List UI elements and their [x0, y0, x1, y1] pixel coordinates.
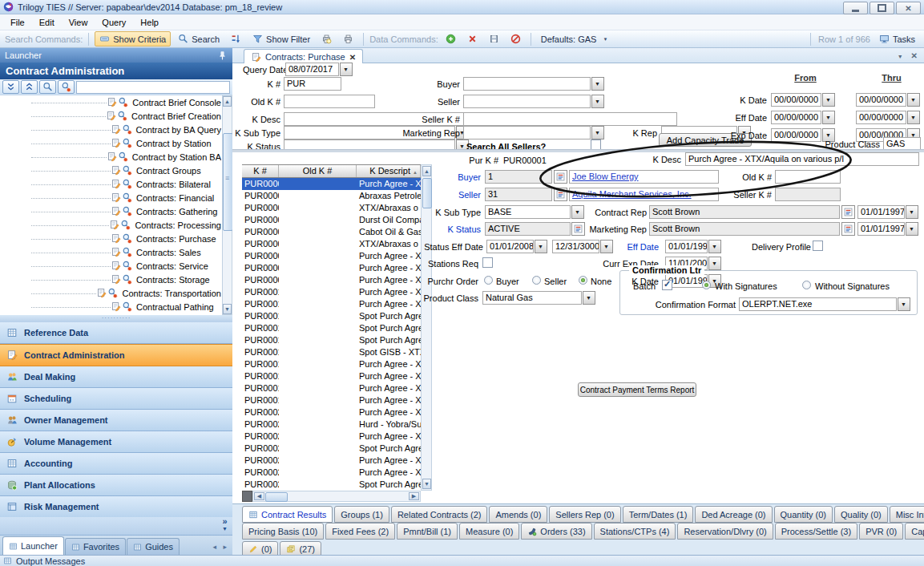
seller-k-input[interactable] — [463, 112, 677, 126]
detail-product-class-select[interactable]: Natural Gas — [482, 291, 595, 305]
detail-buyer-label[interactable]: Buyer — [433, 172, 481, 182]
column-header-k-descript[interactable]: K Descript ▲ — [357, 165, 421, 177]
dropdown-arrow-icon[interactable] — [591, 126, 604, 139]
dropdown-arrow-icon[interactable] — [708, 240, 721, 253]
tab-amends-0[interactable]: Amends (0) — [489, 506, 547, 523]
scrollbar-thumb[interactable] — [265, 492, 288, 502]
grid-row-pur00021[interactable]: PUR00021Hurd - Yobra/Su — [242, 418, 421, 431]
tab-sellers-rep-0[interactable]: Sellers Rep (0) — [549, 506, 620, 523]
eff-date-thru-field[interactable]: 00/00/0000 — [856, 111, 920, 124]
sidebar-splitter[interactable]: ·········· — [0, 315, 232, 322]
close-tab-icon[interactable]: ✕ — [349, 53, 356, 62]
grid-row-pur00003[interactable]: PUR00003 XTX/Abraxas o — [242, 202, 421, 214]
dropdown-arrow-icon[interactable] — [583, 291, 595, 305]
tab-term-dates-1[interactable]: Term/Dates (1) — [623, 506, 694, 523]
tab-pvr-0[interactable]: PVR (0) — [859, 523, 903, 540]
cancel-record-button[interactable] — [506, 32, 525, 46]
grid-row-pur00013[interactable]: PUR00013Spot Purch Agre — [242, 322, 421, 334]
detail-k-sub-type-select[interactable]: BASE — [485, 205, 584, 219]
dropdown-arrow-icon[interactable] — [907, 111, 920, 124]
tree-item-contracts-gathering[interactable]: Contracts: Gathering — [0, 204, 221, 218]
dropdown-arrow-icon[interactable] — [340, 63, 353, 76]
detail-k-status-field[interactable]: ACTIVE — [485, 222, 571, 236]
old-k-input[interactable] — [284, 95, 375, 108]
dropdown-arrow-icon[interactable] — [906, 222, 918, 236]
confirmation-format-select[interactable]: OLERPT.NET.exe — [739, 297, 910, 311]
scroll-down-button[interactable]: ▼ — [223, 304, 232, 314]
tab-contract-results[interactable]: Contract Results — [242, 506, 333, 523]
scroll-down-button[interactable]: ▼ — [422, 479, 431, 489]
grid-row-pur00002[interactable]: PUR00002Abraxas Petrole — [242, 190, 421, 202]
grid-row-pur00009[interactable]: PUR00009Purch Agree - X — [242, 274, 421, 286]
tab-fixed-fees-2[interactable]: Fixed Fees (2) — [325, 523, 395, 540]
seller-select[interactable] — [463, 95, 604, 108]
tab-guides[interactable]: Guides — [127, 538, 180, 555]
tab-measure-0[interactable]: Measure (0) — [459, 523, 519, 540]
tab-process-settle-3[interactable]: Process/Settle (3) — [775, 523, 857, 540]
sidebar-search-input[interactable] — [76, 81, 230, 94]
contract-rep-date-field[interactable]: 01/01/1997 — [857, 205, 918, 219]
contract-payment-terms-report-button[interactable]: Contract Payment Terms Report — [578, 382, 696, 397]
tree-item-contract-by-station[interactable]: Contract by Station — [0, 136, 221, 150]
close-button[interactable] — [896, 2, 921, 14]
sidebar-section-deal-making[interactable]: Deal Making — [0, 366, 232, 388]
tree-item-contract-groups[interactable]: Contract Groups — [0, 164, 221, 177]
defaults-dropdown[interactable]: Defaults: GAS — [537, 33, 612, 46]
contract-rep-field[interactable]: Scott Brown — [649, 205, 840, 219]
pin-icon[interactable] — [217, 51, 228, 61]
grid-row-pur00026[interactable]: PUR00026Spot Purch Agre — [242, 479, 421, 491]
tab-orders-33[interactable]: Orders (33) — [521, 523, 591, 540]
batch-checkbox[interactable] — [662, 280, 672, 290]
tasks-button[interactable]: Tasks — [875, 32, 919, 46]
dropdown-arrow-icon[interactable] — [907, 93, 920, 107]
seller-name-field[interactable]: Aquila Merchant Services, Inc. — [569, 188, 719, 201]
purchr-order-buyer-radio[interactable] — [484, 276, 493, 285]
purchr-order-none-radio[interactable] — [579, 276, 587, 285]
grid-row-pur00024[interactable]: PUR00024Purch Agree - X — [242, 455, 421, 467]
sidebar-section-plant-allocations[interactable]: Plant Allocations — [0, 475, 232, 496]
dropdown-arrow-icon[interactable] — [591, 77, 604, 91]
sidebar-section-scheduling[interactable]: Scheduling — [0, 388, 232, 410]
tree-item-contract-by-ba-query[interactable]: Contract by BA Query — [0, 123, 221, 136]
buyer-id-field[interactable]: 1 — [485, 170, 552, 184]
show-criteria-button[interactable]: Show Criteria — [95, 31, 171, 46]
dropdown-arrow-icon[interactable] — [906, 205, 918, 219]
column-header-old-k[interactable]: Old K # — [279, 165, 357, 177]
detail-eff-date-field[interactable]: 01/01/1997 — [665, 240, 721, 253]
menu-query[interactable]: Query — [95, 16, 133, 29]
collapse-all-button[interactable] — [2, 80, 19, 94]
with-signatures-radio[interactable] — [702, 281, 711, 289]
sidebar-section-owner-management[interactable]: Owner Management — [0, 410, 232, 431]
k-date-thru-field[interactable]: 00/00/0000 — [856, 93, 920, 107]
scroll-left-button[interactable]: ◀ — [254, 492, 264, 500]
search-button[interactable]: Search — [174, 32, 224, 46]
configure-buttons-chevron[interactable]: »▼ — [222, 518, 228, 532]
dropdown-arrow-icon[interactable] — [708, 257, 721, 270]
without-signatures-radio[interactable] — [802, 281, 811, 289]
tree-item-contracts-purchase[interactable]: Contracts: Purchase — [0, 232, 221, 245]
grid-row-pur00023[interactable]: PUR00023Spot Purch Agre — [242, 443, 421, 455]
scroll-right-button[interactable]: ▶ — [409, 492, 419, 500]
tree-item-contracts-service[interactable]: Contracts: Service — [0, 259, 221, 273]
tree-item-contracts-transportation[interactable]: Contracts: Transportation — [0, 286, 221, 300]
buyer-select[interactable] — [463, 77, 604, 91]
column-header-k[interactable]: K # — [242, 165, 279, 177]
save-record-button[interactable] — [485, 32, 503, 46]
scrollbar-thumb[interactable] — [422, 178, 432, 208]
detail-old-k-input[interactable] — [775, 170, 841, 184]
tab-reservation-dlvry-0[interactable]: Reservation/Dlvry (0) — [677, 523, 773, 540]
tab-quantity-0[interactable]: Quantity (0) — [774, 506, 833, 523]
k-date-from-field[interactable]: 00/00/0000 — [771, 93, 835, 107]
dropdown-arrow-icon[interactable] — [822, 93, 835, 107]
k-number-input[interactable]: PUR — [284, 77, 341, 91]
dropdown-arrow-icon[interactable] — [535, 240, 547, 253]
menu-view[interactable]: View — [62, 16, 95, 29]
print-button[interactable] — [339, 32, 357, 46]
buyer-lookup-button[interactable] — [554, 170, 567, 184]
marketing-rep-select[interactable] — [463, 126, 604, 139]
grid-row-pur00022[interactable]: PUR00022Purch Agree - X — [242, 431, 421, 443]
print-preview-button[interactable] — [317, 32, 336, 46]
grid-row-pur00025[interactable]: PUR00025Purch Agree - X — [242, 467, 421, 479]
detail-k-status-label[interactable]: K Status — [417, 224, 481, 234]
query-date-field[interactable]: 08/07/2017 — [285, 63, 353, 76]
